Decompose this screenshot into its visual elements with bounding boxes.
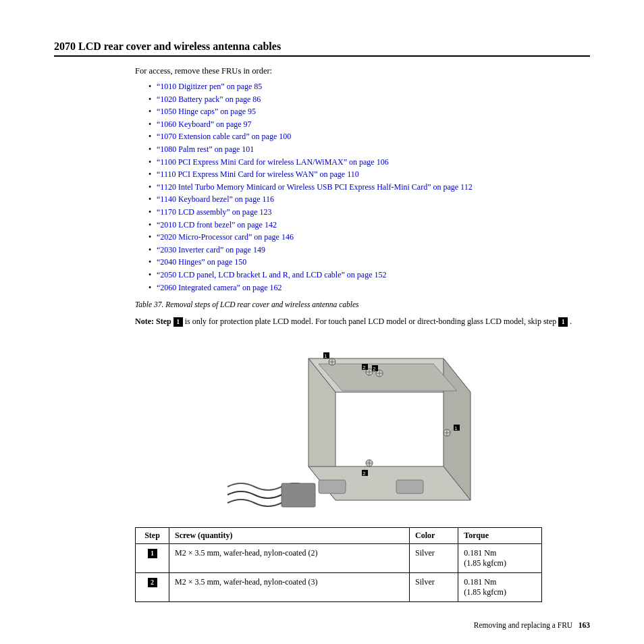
note-body-text: is only for protection plate LCD model. …: [185, 317, 557, 326]
svg-rect-6: [396, 480, 423, 493]
footer-label: Removing and replacing a FRU: [474, 621, 572, 629]
col-header-screw: Screw (quantity): [169, 528, 410, 544]
list-item: “1050 Hinge caps” on page 95: [149, 105, 590, 118]
list-item: “2010 LCD front bezel” on page 142: [149, 219, 590, 232]
step-cell-2: 2: [136, 573, 169, 602]
col-header-step: Step: [136, 528, 169, 544]
section-title: 2070 LCD rear cover and wireless antenna…: [54, 41, 590, 57]
list-item: “1010 Digitizer pen” on page 85: [149, 80, 590, 93]
list-item: “1060 Keyboard” on page 97: [149, 118, 590, 131]
list-item: “2020 Micro-Processor card” on page 146: [149, 231, 590, 244]
list-item: “1140 Keyboard bezel” on page 116: [149, 193, 590, 206]
svg-text:1: 1: [324, 353, 327, 359]
svg-marker-4: [319, 364, 457, 391]
svg-rect-7: [281, 483, 315, 507]
list-item: “1170 LCD assembly” on page 123: [149, 206, 590, 219]
list-item: “1070 Extension cable card” on page 100: [149, 130, 590, 143]
list-item: “2030 Inverter card” on page 149: [149, 244, 590, 257]
screw-table: Step Screw (quantity) Color Torque 1 M2 …: [135, 527, 542, 602]
page-number: 163: [579, 621, 590, 629]
list-item: “1110 PCI Express Mini Card for wireless…: [149, 168, 590, 181]
list-item: “2040 Hinges” on page 150: [149, 256, 590, 269]
table-row: 1 M2 × 3.5 mm, wafer-head, nylon-coated …: [136, 544, 542, 573]
note-end-text: .: [570, 317, 572, 326]
note-block: Note: Step 1 is only for protection plat…: [135, 315, 590, 327]
list-item: “1020 Battery pack” on page 86: [149, 93, 590, 106]
note-step-badge: 1: [173, 317, 183, 327]
diagram-svg: 1 1 1: [167, 338, 477, 514]
svg-rect-5: [319, 480, 346, 493]
svg-text:2: 2: [363, 365, 366, 371]
footer: Removing and replacing a FRU 163: [474, 621, 590, 629]
step-cell-1: 1: [136, 544, 169, 573]
list-item: “2050 LCD panel, LCD bracket L and R, an…: [149, 269, 590, 281]
step-badge-2: 2: [148, 578, 157, 587]
table-row: 2 M2 × 3.5 mm, wafer-head, nylon-coated …: [136, 573, 542, 602]
note-label: Note: Step: [135, 317, 171, 326]
torque-cell-1: 0.181 Nm (1.85 kgfcm): [458, 544, 542, 573]
description-cell-2: M2 × 3.5 mm, wafer-head, nylon-coated (3…: [169, 573, 410, 602]
list-item: “1080 Palm rest” on page 101: [149, 143, 590, 156]
diagram-area: 1 1 1: [54, 338, 590, 514]
intro-text: For access, remove these FRUs in order:: [135, 66, 590, 76]
torque-cell-2: 0.181 Nm (1.85 kgfcm): [458, 573, 542, 602]
svg-text:2: 2: [373, 366, 376, 372]
step-badge-1: 1: [148, 549, 157, 558]
list-item: “1100 PCI Express Mini Card for wireless…: [149, 156, 590, 169]
note-step-badge-2: 1: [558, 317, 568, 327]
col-header-torque: Torque: [458, 528, 542, 544]
list-item: “2060 Integrated camera” on page 162: [149, 281, 590, 294]
color-cell-1: Silver: [410, 544, 458, 573]
fru-list: “1010 Digitizer pen” on page 85 “1020 Ba…: [149, 80, 590, 294]
table-caption: Table 37. Removal steps of LCD rear cove…: [135, 300, 590, 308]
description-cell-1: M2 × 3.5 mm, wafer-head, nylon-coated (2…: [169, 544, 410, 573]
svg-text:2: 2: [363, 471, 366, 477]
color-cell-2: Silver: [410, 573, 458, 602]
svg-text:1: 1: [454, 425, 458, 431]
col-header-color: Color: [410, 528, 458, 544]
list-item: “1120 Intel Turbo Memory Minicard or Wir…: [149, 181, 590, 194]
